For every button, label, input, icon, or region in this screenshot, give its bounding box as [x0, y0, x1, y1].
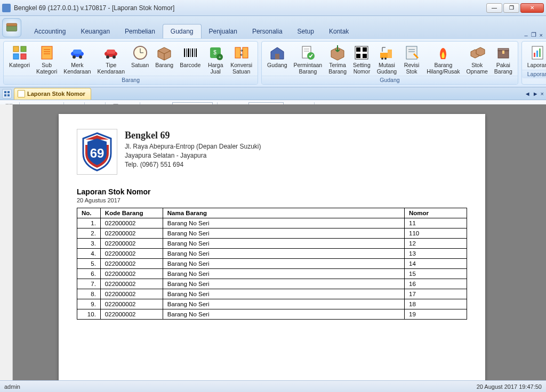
revisi-stok-icon [403, 44, 420, 61]
mdi-close[interactable]: × [540, 32, 543, 38]
mdi-minimize[interactable]: – [524, 32, 527, 38]
document-tab-active[interactable]: Laporan Stok Nomor [14, 88, 91, 100]
merk-kendaraan-icon [69, 44, 86, 61]
cell-no: 3. [77, 239, 101, 249]
barang-hilang-label: BarangHilang/Rusak [427, 62, 460, 75]
ribbon-barcode[interactable]: Barcode [176, 43, 204, 76]
ribbon-barang-hilang[interactable]: BarangHilang/Rusak [423, 43, 463, 76]
windows-list-button[interactable] [2, 89, 12, 99]
svg-rect-62 [7, 94, 10, 96]
permintaan-barang-label: PermintaanBarang [293, 62, 322, 75]
konversi-satuan-icon [233, 44, 250, 61]
svg-rect-54 [502, 51, 504, 54]
svg-rect-49 [406, 46, 417, 59]
barang-label: Barang [155, 62, 173, 69]
ribbon-laporan[interactable]: Laporan [524, 43, 546, 70]
svg-point-12 [73, 55, 76, 59]
ribbon-pakai-barang[interactable]: PakaiBarang [491, 43, 516, 76]
table-row: 10.022000002Barang No Seri19 [77, 309, 467, 320]
vertical-ruler [0, 104, 13, 380]
table-row: 6.022000002Barang No Seri15 [77, 269, 467, 279]
cell-kode: 022000002 [100, 299, 163, 309]
menu-tab-keuangan[interactable]: Keuangan [73, 24, 117, 38]
company-logo: BENGKEL 69 [77, 129, 117, 175]
menu-tab-gudang[interactable]: Gudang [163, 24, 202, 38]
cell-nomor: 18 [405, 299, 467, 309]
report-page: BENGKEL 69 Bengkel 69 Jl. Raya Abepura-E… [59, 114, 485, 380]
svg-rect-44 [363, 54, 367, 58]
ribbon-group-barang: KategoriSubKategoriMerkKendaraanTipeKend… [3, 41, 258, 85]
mutasi-gudang-icon [378, 44, 395, 61]
ribbon-stok-opname[interactable]: StokOpname [463, 43, 491, 76]
ribbon-harga-jual[interactable]: +$HargaJual [204, 43, 227, 76]
ribbon-revisi-stok[interactable]: RevisiStok [400, 43, 423, 76]
ribbon-group-laporan: LaporanLaporan [521, 41, 546, 85]
tab-next[interactable]: ► [533, 91, 539, 97]
svg-text:+: + [219, 55, 221, 60]
stok-opname-icon [469, 44, 486, 61]
menu-tab-penjualan[interactable]: Penjualan [202, 24, 245, 38]
company-address2: Jayapura Selatan - Jayapura [125, 151, 261, 160]
konversi-satuan-label: KonversiSatuan [230, 62, 252, 75]
ribbon-kategori[interactable]: Kategori [6, 43, 33, 76]
cell-nomor: 13 [405, 249, 467, 259]
ribbon-tipe-kendaraan[interactable]: TipeKendaraan [94, 43, 128, 76]
cell-nomor: 17 [405, 289, 467, 299]
menu-tab-personalia[interactable]: Personalia [245, 24, 290, 38]
setting-nomor-label: SettingNomor [353, 62, 371, 75]
menu-tab-pembelian[interactable]: Pembelian [117, 24, 163, 38]
tipe-kendaraan-label: TipeKendaraan [98, 62, 125, 75]
sub-kategori-icon [38, 44, 55, 61]
ribbon-merk-kendaraan[interactable]: MerkKendaraan [60, 43, 94, 76]
company-address1: Jl. Raya Abepura-Entrop (Depan Dealer Su… [125, 142, 261, 151]
merk-kendaraan-label: MerkKendaraan [63, 62, 91, 75]
minimize-button[interactable]: — [486, 3, 502, 13]
svg-rect-26 [192, 48, 193, 57]
cell-no: 1. [77, 218, 101, 228]
ribbon-satuan[interactable]: Satuan [128, 43, 152, 76]
mdi-restore[interactable]: ❐ [531, 31, 536, 38]
kategori-label: Kategori [9, 62, 30, 69]
svg-rect-28 [196, 48, 197, 57]
cell-nama: Barang No Seri [163, 239, 404, 249]
ribbon-setting-nomor[interactable]: SettingNomor [350, 43, 374, 76]
ribbon-permintaan-barang[interactable]: PermintaanBarang [290, 43, 325, 76]
ribbon-gudang[interactable]: Gudang [264, 43, 290, 76]
cell-nama: Barang No Seri [163, 249, 404, 259]
app-icon [2, 4, 11, 12]
cell-nomor: 16 [405, 279, 467, 289]
ribbon-terima-barang[interactable]: TerimaBarang [325, 43, 350, 76]
app-menu-button[interactable] [2, 18, 21, 37]
ribbon-group-label: Gudang [262, 76, 518, 84]
ribbon-konversi-satuan[interactable]: KonversiSatuan [227, 43, 255, 76]
table-row: 3.022000002Barang No Seri12 [77, 239, 467, 249]
tab-close[interactable]: × [541, 91, 544, 97]
ribbon-barang[interactable]: Barang [152, 43, 176, 76]
barang-hilang-icon [435, 44, 452, 61]
close-button[interactable]: ✕ [520, 3, 544, 13]
ribbon-sub-kategori[interactable]: SubKategori [33, 43, 60, 76]
svg-rect-2 [13, 46, 19, 52]
cell-no: 10. [77, 309, 101, 320]
pakai-barang-label: PakaiBarang [494, 62, 512, 75]
cell-no: 2. [77, 228, 101, 239]
tab-prev[interactable]: ◄ [525, 91, 531, 97]
cell-nama: Barang No Seri [163, 228, 404, 239]
menu-tab-accounting[interactable]: Accounting [27, 24, 73, 38]
menu-row: AccountingKeuanganPembelianGudangPenjual… [0, 16, 546, 38]
cell-kode: 022000002 [100, 218, 163, 228]
cell-nomor: 19 [405, 309, 467, 320]
table-header: Kode Barang [100, 208, 163, 218]
menu-tab-kontak[interactable]: Kontak [322, 24, 356, 38]
svg-rect-6 [42, 46, 52, 59]
svg-rect-48 [388, 50, 392, 58]
ribbon-group-label: Laporan [522, 70, 546, 78]
ribbon-mutasi-gudang[interactable]: MutasiGudang [374, 43, 400, 76]
revisi-stok-label: RevisiStok [404, 62, 420, 75]
cell-nomor: 15 [405, 269, 467, 279]
document-scroll[interactable]: BENGKEL 69 Bengkel 69 Jl. Raya Abepura-E… [13, 104, 546, 380]
cell-nomor: 110 [405, 228, 467, 239]
menu-tab-setup[interactable]: Setup [290, 24, 322, 38]
cell-nama: Barang No Seri [163, 279, 404, 289]
maximize-button[interactable]: ❐ [503, 3, 519, 13]
